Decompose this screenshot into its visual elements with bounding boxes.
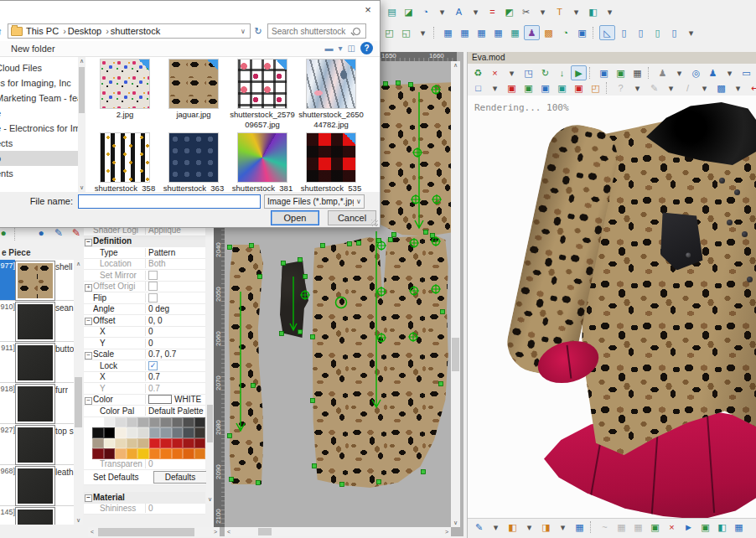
calculator-icon[interactable]: ▦ <box>507 25 523 40</box>
palette-swatch[interactable] <box>115 427 127 438</box>
match-icon[interactable]: = <box>484 4 500 19</box>
dropdown-icon[interactable]: ▾ <box>730 80 746 96</box>
property-row[interactable]: Transparen 0 <box>84 459 205 471</box>
piece-thumbnail[interactable] <box>16 467 54 505</box>
expander-icon[interactable] <box>84 282 93 292</box>
cube-green-icon[interactable]: ▣ <box>520 80 536 96</box>
palette-swatch[interactable] <box>149 417 161 428</box>
palette-swatch[interactable] <box>115 448 127 459</box>
help-button[interactable]: ? <box>360 42 373 54</box>
file-thumbnail[interactable] <box>101 133 149 182</box>
property-scrollbar[interactable]: ∨ <box>206 225 214 504</box>
breadcrumb-item[interactable]: Desktop <box>68 26 109 36</box>
palette-swatch[interactable] <box>172 438 184 449</box>
nav-scrollbar[interactable]: ∧ ∨ <box>78 57 85 192</box>
file-item[interactable]: shutterstock_535 <box>297 132 365 192</box>
import-icon[interactable]: ◱ <box>398 25 414 40</box>
palette-swatch[interactable] <box>92 427 104 438</box>
view-dropdown-icon[interactable]: ▾ <box>339 44 343 53</box>
scroll-right-icon[interactable]: > <box>211 527 220 536</box>
property-row[interactable]: Set Mirror <box>84 270 205 282</box>
scroll-right-icon[interactable]: > <box>443 527 451 536</box>
property-row[interactable]: Offset 0, 0 <box>84 315 205 327</box>
property-value[interactable]: 0.7, 0.7 <box>145 349 205 359</box>
scrollbar-thumb[interactable] <box>79 67 85 113</box>
panel-icon[interactable]: ▯ <box>666 25 682 40</box>
up-folder-icon[interactable]: ↑ <box>0 23 8 39</box>
palette-swatch[interactable] <box>194 448 206 459</box>
box-fit-icon[interactable]: ▣ <box>647 520 663 535</box>
preview-pane-icon[interactable]: ◫ <box>348 44 355 53</box>
piece-thumbnail[interactable] <box>16 303 54 341</box>
property-row[interactable]: Location Both <box>84 259 205 271</box>
grid-color-icon[interactable]: ▦ <box>731 520 747 535</box>
property-value[interactable]: WHITE <box>145 395 205 404</box>
cut-icon[interactable]: ✂ <box>518 4 534 19</box>
piece-thumbnail[interactable] <box>16 426 54 464</box>
palette-swatch[interactable] <box>183 427 194 438</box>
dropdown-icon[interactable]: ▾ <box>663 80 679 96</box>
palette-swatch[interactable] <box>115 417 127 428</box>
table-icon[interactable]: ▦ <box>490 25 506 40</box>
palette-swatch[interactable] <box>104 448 116 459</box>
pattern-piece-row[interactable]: 910] sean <box>0 301 74 342</box>
property-row[interactable] <box>84 485 205 492</box>
palette-swatch[interactable] <box>194 427 206 438</box>
cube-dark-icon[interactable]: ▣ <box>571 80 587 96</box>
cube-red-icon[interactable]: ▣ <box>504 80 520 96</box>
file-thumbnail[interactable] <box>307 59 355 108</box>
nav-folder-item[interactable]: Marketing Team - feature i <box>0 91 78 106</box>
nav-folder-item[interactable]: e <box>0 106 78 121</box>
palette-swatch[interactable] <box>172 427 184 438</box>
scrollbar-thumb[interactable] <box>207 405 213 442</box>
property-value[interactable] <box>145 361 205 370</box>
folder-open-icon[interactable]: ◰ <box>588 80 603 96</box>
page-copy-alt-icon[interactable]: ◨ <box>538 520 554 535</box>
palette-swatch[interactable] <box>183 417 194 428</box>
dropdown-icon[interactable]: ▾ <box>535 4 551 19</box>
close-icon[interactable]: × <box>360 3 375 17</box>
property-row[interactable]: Lock <box>84 360 205 372</box>
breadcrumb-item[interactable]: shutterstock <box>111 26 160 36</box>
palette-swatch[interactable] <box>183 438 194 449</box>
scroll-up-icon[interactable]: ∧ <box>74 260 83 268</box>
file-item[interactable]: shutterstock_363 <box>159 132 228 192</box>
panel-horizontal-scrollbar[interactable]: < > <box>88 527 220 537</box>
help-icon[interactable]: ? <box>613 80 629 96</box>
palette-swatch[interactable] <box>137 438 149 449</box>
palette-swatch[interactable] <box>92 438 104 449</box>
box-icon[interactable]: ▣ <box>574 25 590 40</box>
refresh-sim-icon[interactable]: ♻ <box>470 65 486 80</box>
panel-icon[interactable]: ▯ <box>616 25 632 40</box>
palette-swatch[interactable] <box>127 438 138 449</box>
pattern-piece-front[interactable] <box>379 82 451 236</box>
pattern-piece-back[interactable] <box>312 235 451 501</box>
property-row[interactable]: Y 0.7 <box>84 383 205 395</box>
expander-icon[interactable] <box>84 395 93 405</box>
piece-thumbnail[interactable] <box>16 385 54 423</box>
dropdown-icon[interactable]: ▾ <box>629 80 645 96</box>
property-row[interactable]: Color WHITE <box>84 395 205 406</box>
pattern-piece-side[interactable] <box>229 245 263 484</box>
scroll-left-icon[interactable]: < <box>88 527 96 536</box>
open-button[interactable]: Open <box>271 210 319 225</box>
scroll-up-icon[interactable]: ∧ <box>78 57 85 65</box>
pencil-icon[interactable]: ✎ <box>471 520 487 535</box>
search-input[interactable] <box>268 26 353 37</box>
scroll-down-icon[interactable]: ∨ <box>74 516 83 525</box>
piece-thumbnail[interactable] <box>16 261 54 300</box>
scroll-down-icon[interactable]: ∨ <box>451 519 460 527</box>
nav-folder-item[interactable]: cs for Imaging, Inc <box>0 75 78 91</box>
table-icon[interactable]: ▦ <box>457 25 473 40</box>
nav-folder-item[interactable]: Cloud Files <box>0 60 78 75</box>
download-icon[interactable]: ↓ <box>554 65 570 80</box>
file-thumbnail[interactable] <box>238 133 287 182</box>
property-row[interactable]: Flip <box>84 292 205 304</box>
expander-icon[interactable] <box>84 236 93 246</box>
property-value[interactable]: 0 <box>145 327 205 336</box>
palette-swatch[interactable] <box>160 438 172 449</box>
table-icon[interactable]: ▦ <box>572 520 588 535</box>
play-icon[interactable]: ▶ <box>571 65 587 80</box>
property-value[interactable]: Default Palette <box>145 406 205 416</box>
cursor-icon[interactable]: ► <box>681 520 696 535</box>
